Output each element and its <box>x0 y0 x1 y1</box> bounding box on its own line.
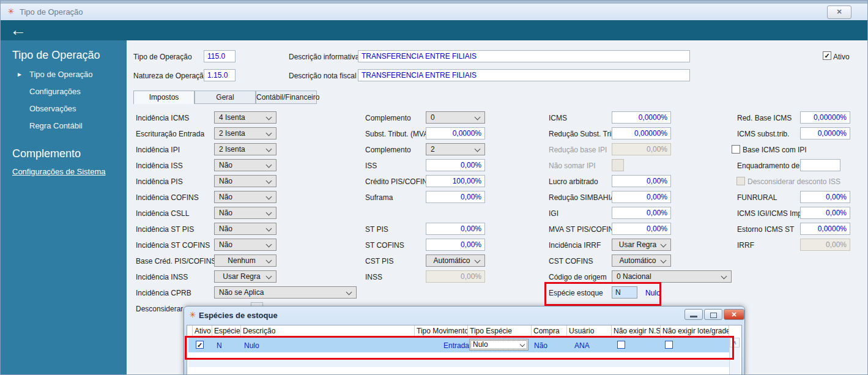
field-label-mva-st-pis-cofins: MVA ST PIS/COFINS <box>549 225 618 234</box>
incidencia-irrf-select[interactable]: Usar Regra <box>612 239 671 251</box>
credito-pis-cofins-input[interactable]: 100,00% <box>426 175 485 187</box>
icms-subst-trib-input[interactable]: 0,0000% <box>800 127 850 139</box>
field-label-icms-subst-trib: ICMS subst.trib. <box>737 130 789 138</box>
escrituracao-entrada-select[interactable]: 2 Isenta <box>214 127 276 139</box>
incidencia-iss-select[interactable]: Não <box>214 159 276 171</box>
icms-input[interactable]: 0,0000% <box>612 111 671 124</box>
codigo-de-origem-select[interactable]: 0 Nacional <box>612 270 732 283</box>
table-header-nao-exigir-n-s: Não exigir N.S. <box>612 325 661 338</box>
popup-title: Espécies de estoque <box>199 311 278 320</box>
base-cred-pis-cofins-select[interactable]: Nenhum <box>214 254 276 267</box>
subst-tribut-mva-input[interactable]: 0,0000% <box>426 127 485 139</box>
ativo-checkbox[interactable] <box>823 51 831 60</box>
mva-st-pis-cofins-input[interactable]: 0,00% <box>612 223 671 235</box>
icms-igi-icms-imp-pr-input[interactable]: 0,00% <box>800 207 850 219</box>
popup-client-area: AtivoEspécieDescriçãoTipo MovimentoTipo … <box>187 325 742 375</box>
complemento-select[interactable]: 0 <box>426 111 485 124</box>
sidebar-item-regra-contabil[interactable]: Regra Contábil <box>29 121 83 130</box>
popup-scrollbar[interactable]: ∧ <box>729 338 740 375</box>
estorno-icms-st-input[interactable]: 0,0000% <box>800 223 850 235</box>
incidencia-st-cofins-select[interactable]: Não <box>214 239 276 251</box>
window-titlebar: ✳ Tipo de Operação ✕ <box>0 4 868 21</box>
lucro-arbitrado-input[interactable]: 0,00% <box>612 175 671 187</box>
cst-pis-select[interactable]: Automático <box>426 254 485 267</box>
cst-cofins-select[interactable]: Automático <box>612 254 671 267</box>
row-nao-exigir-lote-checkbox[interactable] <box>665 341 673 349</box>
field-label-codigo-de-origem: Código de origem <box>549 273 607 281</box>
incidencia-pis-select[interactable]: Não <box>214 175 276 187</box>
sidebar-section-title-tipo-de-operacao: Tipo de Operação <box>12 49 100 62</box>
field-label-natureza-de-operacao: Natureza de Operação <box>133 72 207 80</box>
field-label-st-pis: ST PIS <box>365 225 388 234</box>
popup-minimize-button[interactable] <box>684 309 703 320</box>
incidencia-inss-select[interactable]: Usar Regra <box>214 270 276 283</box>
igi-input[interactable]: 0,00% <box>612 207 671 219</box>
row-compra-value: Não <box>534 341 547 350</box>
suframa-input[interactable]: 0,00% <box>426 191 485 203</box>
sidebar-item-configuracoes[interactable]: Configurações <box>29 87 81 96</box>
field-label-red-base-icms: Red. Base ICMS <box>737 114 792 122</box>
red-base-icms-input[interactable]: 0,00000% <box>800 111 850 124</box>
ativo-checkbox-label: Ativo <box>833 53 850 61</box>
field-label-lucro-arbitrado: Lucro arbitrado <box>549 177 598 186</box>
reducao-simbahia-input[interactable]: 0,00% <box>612 191 671 203</box>
complemento-select[interactable]: 2 <box>426 143 485 155</box>
app-header-bar: ← <box>0 20 868 40</box>
field-label-inss: INSS <box>365 273 382 281</box>
tab-contabil-financeiro[interactable]: Contábil/Financeiro <box>256 91 317 104</box>
sidebar-item-tipo-de-operacao[interactable]: Tipo de Operação <box>29 70 93 79</box>
window-close-button[interactable]: ✕ <box>827 6 851 19</box>
tab-impostos[interactable]: Impostos <box>133 91 195 104</box>
field-label-nao-somar-ipi: Não somar IPI <box>549 162 596 170</box>
tipo-de-operacao-input[interactable]: 115.0 <box>204 50 236 62</box>
funrural-input[interactable]: 0,00% <box>800 191 850 203</box>
incidencia-st-pis-select[interactable]: Não <box>214 223 276 235</box>
sidebar-item-observacoes[interactable]: Observações <box>29 104 76 113</box>
especie-estoque-input[interactable]: N <box>612 286 637 299</box>
incidencia-icms-select[interactable]: 4 Isenta <box>214 111 276 124</box>
field-label-desconsiderar: Desconsiderar <box>136 305 183 313</box>
incidencia-cofins-select[interactable]: Não <box>214 191 276 203</box>
sidebar-link-configuracoes-de-sistema[interactable]: Configurações de Sistema <box>12 167 105 176</box>
field-label-st-cofins: ST COFINS <box>365 241 404 250</box>
field-label-incidencia-csll: Incidência CSLL <box>136 209 189 218</box>
sidebar-section-title-complemento: Complemento <box>12 147 81 160</box>
popup-maximize-button[interactable] <box>704 309 722 320</box>
base-icms-com-ipi-checkbox[interactable] <box>732 145 740 154</box>
descricao-nota-fiscal-input[interactable]: TRANSFERENCIA ENTRE FILIAIS <box>358 69 690 81</box>
checkbox-label-base-icms-com-ipi: Base ICMS com IPI <box>743 146 807 154</box>
back-arrow-icon[interactable]: ← <box>10 20 26 40</box>
tab-geral[interactable]: Geral <box>195 91 256 104</box>
row-nao-exigir-ns-checkbox[interactable] <box>617 341 625 349</box>
table-row-empty <box>188 358 729 367</box>
table-header-especie: Espécie <box>212 325 241 338</box>
field-label-incidencia-iss: Incidência ISS <box>136 162 183 170</box>
table-header-ativo: Ativo <box>193 325 212 338</box>
field-label-incidencia-pis: Incidência PIS <box>136 177 183 186</box>
field-label-reducao-subst-trib: Redução Subst. Trib. <box>549 130 617 138</box>
table-header-tipo-movimento: Tipo Movimento <box>415 325 468 338</box>
enquadramento-de-ipi-input[interactable] <box>800 159 840 171</box>
inss-input: 0,00% <box>426 270 485 283</box>
incidencia-csll-select[interactable]: Não <box>214 207 276 219</box>
field-label-igi: IGI <box>549 209 558 218</box>
st-pis-input[interactable]: 0,00% <box>426 223 485 235</box>
row-ativo-checkbox[interactable] <box>196 341 204 349</box>
st-cofins-input[interactable]: 0,00% <box>426 239 485 251</box>
natureza-de-operacao-input[interactable]: 1.15.0 <box>204 69 236 81</box>
field-label-base-cred-pis-cofins: Base Créd. PIS/COFINS <box>136 257 216 265</box>
field-label-iss: ISS <box>365 162 377 170</box>
incidencia-cprb-select[interactable]: Não se Aplica <box>214 286 357 299</box>
field-label-reducao-base-ipi: Redução base IPI <box>549 146 607 154</box>
iss-input[interactable]: 0,00% <box>426 159 485 171</box>
row-tipo-especie-combo[interactable]: Nulo <box>469 339 529 351</box>
field-label-complemento: Complemento <box>365 114 411 122</box>
field-label-complemento: Complemento <box>365 146 411 154</box>
popup-close-button[interactable]: ✕ <box>724 309 744 320</box>
descricao-informativa-input[interactable]: TRANSFERENCIA ENTRE FILIAIS <box>358 50 690 62</box>
field-label-incidencia-st-cofins: Incidência ST COFINS <box>136 241 210 250</box>
scroll-up-icon[interactable]: ∧ <box>730 338 740 347</box>
incidencia-ipi-select[interactable]: 2 Isenta <box>214 143 276 155</box>
field-label-escrituracao-entrada: Escrituração Entrada <box>136 130 204 138</box>
reducao-subst-trib-input[interactable]: 0,00000% <box>612 127 671 139</box>
